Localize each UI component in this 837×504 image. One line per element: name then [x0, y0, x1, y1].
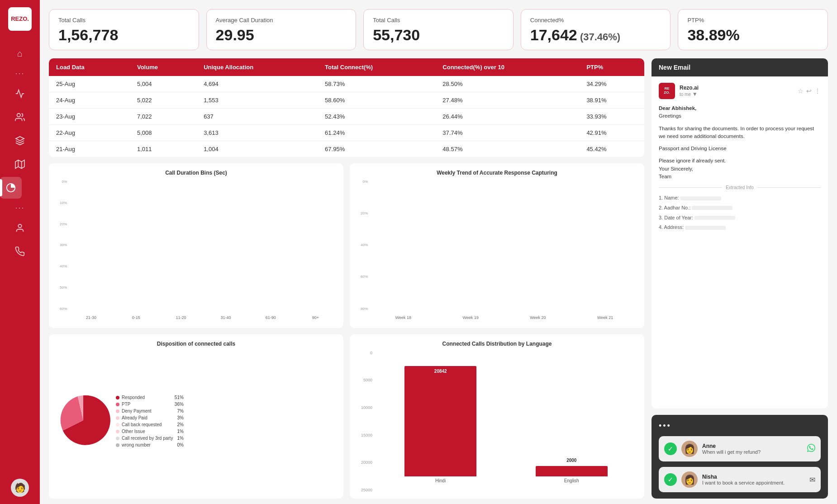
star-icon[interactable]: ☆	[798, 87, 804, 95]
pie-svg	[56, 393, 110, 449]
left-panel: Load Data Volume Unique Allocation Total…	[49, 58, 644, 499]
table-cell-4-3: 67.95%	[318, 141, 435, 157]
pie-legend-item: PTP 36%	[116, 402, 184, 407]
pie-legend-item: Call received by 3rd party 1%	[116, 436, 184, 441]
sidebar-item-team[interactable]	[9, 106, 31, 128]
col-header-connected10: Connected(%) over 10	[435, 58, 579, 76]
charts-row: Call Duration Bins (Sec) 60% 50% 40% 30%…	[49, 163, 644, 328]
stat-card-connected: Connected% 17,642 (37.46%)	[521, 9, 671, 50]
email-from-row: REZO. Rezo.ai to me ▼ ☆ ↩ ⋮	[659, 83, 821, 99]
pie-dot	[116, 409, 119, 413]
table-row: 21-Aug1,0111,00467.95%48.57%45.42%	[49, 141, 644, 157]
sidebar-item-home[interactable]: ⌂	[9, 43, 31, 64]
user-avatar[interactable]: 🧑	[11, 479, 29, 497]
email-icon-nisha: ✉	[809, 475, 815, 484]
disposition-title: Disposition of connected calls	[56, 341, 336, 347]
chat-content-nisha: Nisha I want to book a service appointme…	[702, 474, 805, 485]
data-table-wrapper: Load Data Volume Unique Allocation Total…	[49, 58, 644, 157]
weekly-trend-chart-card: Weekly Trend of Accurate Response Captur…	[350, 163, 644, 328]
weekly-bar-label: Week 20	[530, 315, 546, 320]
chat-item-anne[interactable]: ✓ 👩 Anne When will i get my refund?	[659, 436, 821, 461]
more-icon[interactable]: ⋮	[814, 87, 821, 95]
language-bar-area: 25000 20000 15000 10000 5000 0 20842	[357, 351, 637, 493]
pie-legend-pct: 1%	[177, 436, 183, 441]
pie-chart-container: Responded 51% PTP 36% Deny Payment 7% Al…	[56, 351, 336, 493]
chat-msg-anne: When will i get my refund?	[702, 449, 803, 455]
extracted-field: 4. Address:	[659, 223, 821, 232]
sidebar-logo[interactable]: RE ZO.	[8, 7, 32, 31]
pie-dot	[116, 416, 119, 420]
stat-value-0: 1,56,778	[58, 27, 190, 43]
table-cell-3-1: 5,008	[130, 125, 196, 141]
svg-point-6	[18, 224, 21, 228]
stat-label-1: Average Call Duration	[216, 17, 347, 24]
table-cell-2-2: 637	[196, 109, 318, 125]
pie-dot	[116, 443, 119, 447]
sidebar-item-activity[interactable]	[9, 83, 31, 105]
table-cell-4-1: 1,011	[130, 141, 196, 157]
bar-x-label: 11-20	[176, 315, 186, 320]
pie-dot	[116, 430, 119, 433]
pie-legend-label: Responded	[122, 395, 171, 400]
pie-dot	[116, 437, 119, 440]
pie-legend: Responded 51% PTP 36% Deny Payment 7% Al…	[116, 395, 184, 447]
pie-legend-pct: 3%	[177, 415, 183, 420]
extracted-divider: Extracted Info	[659, 185, 821, 190]
chat-content-anne: Anne When will i get my refund?	[702, 443, 803, 455]
pie-legend-label: Already Paid	[122, 415, 173, 420]
hindi-value: 20842	[434, 369, 447, 374]
pie-legend-label: Other Issue	[122, 429, 173, 434]
sidebar: RE ZO. ⌂ ··· ··· 🧑	[0, 0, 40, 504]
col-header-ptp: PTP%	[579, 58, 644, 76]
english-label: English	[564, 478, 579, 483]
table-cell-2-5: 33.93%	[579, 109, 644, 125]
avatar-anne: 👩	[681, 441, 698, 457]
language-chart-card: Connected Calls Distribution by Language…	[350, 334, 644, 499]
stat-value-1: 29.95	[216, 27, 347, 43]
col-header-load: Load Data	[49, 58, 130, 76]
reply-icon[interactable]: ↩	[806, 87, 812, 95]
sidebar-item-layers[interactable]	[9, 130, 31, 152]
sender-name: Rezo.ai	[680, 85, 699, 91]
pie-dot	[116, 423, 119, 427]
pie-legend-pct: 7%	[177, 409, 183, 414]
english-bar: 2000	[536, 466, 608, 476]
stat-label-4: PTP%	[687, 17, 818, 24]
weekly-trend-title: Weekly Trend of Accurate Response Captur…	[357, 170, 637, 176]
table-cell-4-5: 45.42%	[579, 141, 644, 157]
weekly-bar-label: Week 21	[597, 315, 613, 320]
extracted-field: 3. Date of Year:	[659, 214, 821, 223]
pie-dot	[116, 403, 119, 406]
table-cell-1-5: 38.91%	[579, 92, 644, 109]
table-cell-1-4: 27.48%	[435, 92, 579, 109]
email-greeting: Dear Abhishek, Greetings	[659, 105, 821, 120]
stat-card-ptp: PTP% 38.89%	[678, 9, 828, 50]
table-cell-3-2: 3,613	[196, 125, 318, 141]
chat-item-nisha[interactable]: ✓ 👩 Nisha I want to book a service appoi…	[659, 467, 821, 492]
hindi-bar: 20842	[404, 366, 476, 476]
email-action-icons[interactable]: ☆ ↩ ⋮	[798, 87, 821, 95]
sender-avatar: REZO.	[659, 83, 675, 99]
svg-marker-2	[15, 160, 24, 168]
svg-marker-1	[16, 137, 24, 141]
sidebar-item-phone[interactable]	[9, 241, 31, 262]
stat-cards-row: Total Calls 1,56,778 Average Call Durati…	[49, 9, 828, 50]
pie-legend-label: Deny Payment	[122, 409, 173, 414]
pie-legend-pct: 51%	[175, 395, 184, 400]
chat-header-dots: •••	[659, 421, 821, 431]
table-cell-1-1: 5,022	[130, 92, 196, 109]
pie-legend-item: Already Paid 3%	[116, 415, 184, 420]
email-card: New Email REZO. Rezo.ai to me ▼	[652, 58, 828, 409]
sidebar-dots-1: ···	[15, 69, 24, 78]
sidebar-item-person[interactable]	[9, 217, 31, 239]
col-header-connect: Total Connect(%)	[318, 58, 435, 76]
sidebar-item-analytics[interactable]	[0, 177, 22, 199]
language-y-axis: 25000 20000 15000 10000 5000 0	[357, 351, 374, 493]
content-row: Load Data Volume Unique Allocation Total…	[49, 58, 828, 499]
table-cell-0-5: 34.29%	[579, 76, 644, 92]
pie-legend-item: Call back requested 2%	[116, 422, 184, 427]
table-cell-3-4: 37.74%	[435, 125, 579, 141]
sidebar-item-map[interactable]	[9, 153, 31, 175]
pie-legend-label: Call back requested	[122, 422, 173, 427]
bar-x-label: 61-90	[266, 315, 276, 320]
